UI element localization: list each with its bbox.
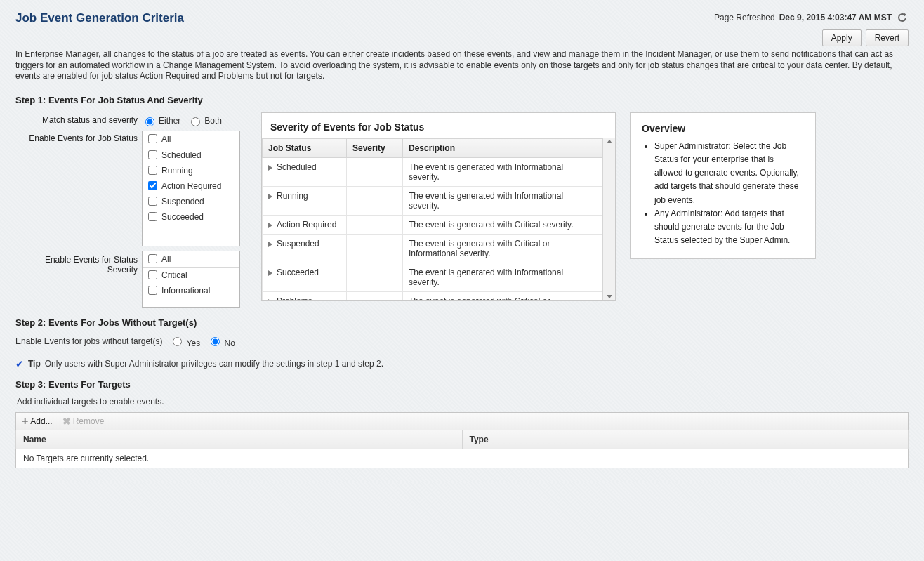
- status-checkbox-suspended[interactable]: [148, 197, 157, 206]
- overview-bullet: Any Administrator: Add targets that shou…: [654, 207, 804, 248]
- severity-all-checkbox[interactable]: [148, 254, 157, 263]
- status-checkbox-action-required[interactable]: [148, 181, 157, 190]
- severity-panel-title: Severity of Events for Job Status: [262, 113, 615, 138]
- status-all-label: All: [161, 134, 171, 144]
- radio-yes-input[interactable]: [173, 337, 182, 346]
- radio-yes[interactable]: Yes: [169, 335, 200, 348]
- radio-both-input[interactable]: [191, 117, 200, 126]
- status-checkbox-running[interactable]: [148, 166, 157, 175]
- refresh-icon[interactable]: [896, 11, 909, 24]
- status-checkbox-succeeded[interactable]: [148, 212, 157, 221]
- status-item-label: Suspended: [161, 197, 204, 206]
- targets-toolbar: + Add... ✖ Remove: [15, 412, 909, 430]
- overview-bullet: Super Administrator: Select the Job Stat…: [654, 140, 804, 207]
- severity-checkbox-critical[interactable]: [148, 270, 157, 279]
- status-checkbox-scheduled[interactable]: [148, 150, 157, 159]
- targets-empty-text: No Targets are currently selected.: [16, 449, 909, 468]
- enable-status-label: Enable Events for Job Status: [15, 131, 142, 143]
- table-empty-row: No Targets are currently selected.: [16, 449, 909, 468]
- enable-severity-label: Enable Events for Status Severity: [15, 251, 142, 275]
- step1-heading: Step 1: Events For Job Status And Severi…: [15, 95, 909, 105]
- match-label: Match status and severity: [15, 112, 142, 125]
- col-severity: Severity: [347, 138, 403, 157]
- scroll-down-icon[interactable]: [607, 295, 612, 298]
- table-row: Action RequiredThe event is generated wi…: [263, 215, 602, 234]
- tip-label: Tip: [28, 359, 41, 369]
- status-listbox[interactable]: All Scheduled Running Action Required Su…: [142, 131, 240, 246]
- scroll-up-icon[interactable]: [607, 140, 612, 143]
- revert-button[interactable]: Revert: [866, 29, 909, 46]
- expand-icon[interactable]: [268, 299, 272, 300]
- status-all-checkbox[interactable]: [148, 134, 157, 143]
- table-row: ScheduledThe event is generated with Inf…: [263, 157, 602, 186]
- targets-table: Name Type No Targets are currently selec…: [15, 430, 909, 468]
- radio-either-input[interactable]: [145, 117, 154, 126]
- status-item-label: Running: [161, 166, 193, 176]
- overview-title: Overview: [642, 123, 804, 134]
- page-refreshed-label: Page Refreshed: [714, 13, 775, 22]
- status-item-label: Action Required: [161, 181, 221, 191]
- col-name: Name: [16, 430, 463, 449]
- col-job-status: Job Status: [263, 138, 347, 157]
- status-item-label: Succeeded: [161, 212, 204, 222]
- plus-icon: +: [22, 416, 28, 427]
- step3-heading: Step 3: Events For Targets: [15, 379, 909, 390]
- severity-table: Job Status Severity Description Schedule…: [262, 138, 602, 300]
- apply-button[interactable]: Apply: [822, 29, 862, 46]
- expand-icon[interactable]: [268, 242, 272, 247]
- radio-both[interactable]: Both: [187, 115, 222, 126]
- add-target-button[interactable]: + Add...: [22, 416, 53, 427]
- page-refreshed-time: Dec 9, 2015 4:03:47 AM MST: [779, 13, 892, 22]
- tip-text: Only users with Super Administrator priv…: [45, 359, 383, 369]
- expand-icon[interactable]: [268, 270, 272, 276]
- enable-no-target-label: Enable Events for jobs without target(s): [15, 336, 162, 346]
- table-row: SuspendedThe event is generated with Cri…: [263, 234, 602, 263]
- severity-scrollbar[interactable]: [602, 138, 615, 300]
- overview-box: Overview Super Administrator: Select the…: [630, 112, 816, 260]
- status-item-label: Scheduled: [161, 150, 202, 160]
- radio-either[interactable]: Either: [142, 115, 180, 126]
- severity-panel: Severity of Events for Job Status Job St…: [261, 112, 616, 301]
- radio-no-input[interactable]: [211, 337, 220, 346]
- radio-no[interactable]: No: [207, 335, 235, 348]
- expand-icon[interactable]: [268, 223, 272, 228]
- table-row: RunningThe event is generated with Infor…: [263, 186, 602, 215]
- x-icon: ✖: [62, 416, 71, 427]
- tip-icon: ✔: [15, 358, 24, 369]
- remove-target-button[interactable]: ✖ Remove: [62, 416, 105, 427]
- step3-subnote: Add individual targets to enable events.: [17, 397, 909, 407]
- col-description: Description: [403, 138, 602, 157]
- step2-heading: Step 2: Events For Jobs Without Target(s…: [15, 317, 909, 328]
- col-type: Type: [462, 430, 909, 449]
- severity-checkbox-informational[interactable]: [148, 286, 157, 295]
- severity-item-label: Informational: [161, 286, 210, 296]
- table-row: ProblemsThe event is generated with Crit…: [263, 291, 602, 300]
- severity-listbox[interactable]: All Critical Informational: [142, 251, 240, 308]
- intro-text: In Enterprise Manager, all changes to th…: [15, 49, 909, 82]
- severity-all-label: All: [161, 254, 171, 264]
- page-title: Job Event Generation Criteria: [15, 11, 184, 25]
- expand-icon[interactable]: [268, 165, 272, 171]
- severity-item-label: Critical: [161, 270, 187, 280]
- expand-icon[interactable]: [268, 194, 272, 199]
- table-row: SucceededThe event is generated with Inf…: [263, 263, 602, 291]
